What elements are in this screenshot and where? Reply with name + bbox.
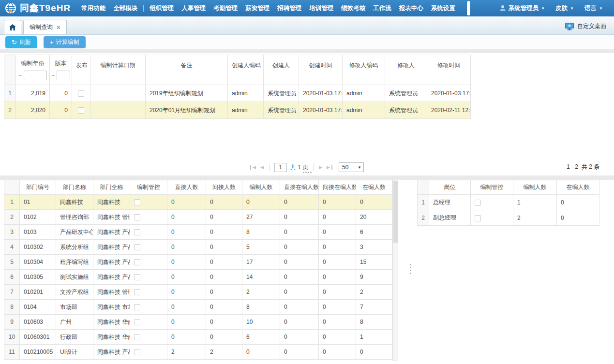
col-header-onboard[interactable]: 在编人数: [356, 180, 392, 195]
publish-checkbox[interactable]: [78, 107, 84, 114]
control-checkbox[interactable]: [134, 259, 140, 265]
col-header-creator[interactable]: 创建人: [264, 55, 299, 85]
vertical-scrollbar[interactable]: [392, 180, 398, 361]
col-header-planned[interactable]: 编制人数: [513, 180, 557, 195]
menu-scroll-handle[interactable]: [467, 1, 470, 15]
col-header-direct[interactable]: 直接人数: [167, 180, 206, 195]
col-header-create-time[interactable]: 创建时间: [299, 55, 343, 85]
last-page-icon[interactable]: ▶: [326, 165, 332, 170]
custom-desktop-button[interactable]: 自定义桌面: [565, 22, 614, 34]
cell-dept-fullname: 同鑫科技 产品研发中心: [93, 345, 130, 360]
nav-item-org[interactable]: 组织管理: [146, 0, 178, 16]
control-checkbox[interactable]: [134, 334, 140, 340]
cell-planned: 6: [242, 330, 280, 345]
control-checkbox[interactable]: [134, 349, 140, 355]
dept-table-row[interactable]: 9 010603 广州 同鑫科技 华南基地 0 0 10 0 0 8: [4, 315, 392, 330]
nav-item-hr[interactable]: 人事管理: [178, 0, 210, 16]
control-checkbox[interactable]: [134, 274, 140, 280]
control-checkbox[interactable]: [134, 289, 140, 295]
panel-resize-handle[interactable]: [303, 172, 312, 173]
page-number-input[interactable]: [274, 163, 287, 172]
dept-table-row[interactable]: 7 010201 文控产权组 同鑫科技 管理咨询部 0 0 2 0 0 2: [4, 285, 392, 300]
prev-page-icon[interactable]: ◀: [260, 165, 264, 170]
chevron-down-icon: ▼: [358, 165, 363, 170]
control-checkbox[interactable]: [134, 214, 140, 220]
col-header-dept-fullname[interactable]: 部门全称: [93, 180, 130, 195]
col-header-calc-date[interactable]: 编制计算日期: [90, 55, 146, 85]
col-header-version[interactable]: 版本 ~: [50, 55, 72, 85]
publish-checkbox[interactable]: [78, 90, 84, 97]
col-header-dept-name[interactable]: 部门名称: [56, 180, 93, 195]
dept-table-row[interactable]: 3 0103 产品研发中心 同鑫科技 产品研发中心 0 0 8 0 0 6: [4, 225, 392, 240]
plan-table-row[interactable]: 1 2,019 0 2019年组织编制规划 admin 系统管理员 2020-0…: [4, 85, 471, 102]
control-checkbox[interactable]: [134, 304, 140, 310]
dept-table-header-row: 部门编号 部门名称 部门全称 编制管控 直接人数 间接人数 编制人数 直接在编人…: [4, 180, 392, 195]
dept-table-row[interactable]: 6 010305 测试实施组 同鑫科技 产品研发中心 0 0 14 0 0 9: [4, 270, 392, 285]
nav-item-training[interactable]: 培训管理: [305, 0, 337, 16]
refresh-icon: ↻: [12, 39, 17, 46]
col-header-year[interactable]: 编制年份 ~: [16, 55, 50, 85]
close-icon[interactable]: ×: [57, 24, 60, 31]
cell-dept-code: 010201: [20, 285, 56, 300]
cell-onboard: 20: [356, 210, 392, 225]
cell-creator: 系统管理员: [264, 102, 299, 119]
dept-table-row[interactable]: 11 010210005 UI设计 同鑫科技 产品研发中心 2 2 0 0 0 …: [4, 345, 392, 360]
nav-item-recruit[interactable]: 招聘管理: [273, 0, 305, 16]
col-header-planned[interactable]: 编制人数: [242, 180, 280, 195]
skin-menu[interactable]: 皮肤 ▼: [551, 4, 578, 13]
col-header-indirect-onboard[interactable]: 间接在编人数: [319, 180, 356, 195]
col-header-direct-onboard[interactable]: 直接在编人数: [280, 180, 319, 195]
plan-table-row[interactable]: 2 2,020 0 2020年01月组织编制规划 admin 系统管理员 202…: [4, 102, 471, 119]
nav-item-all-modules[interactable]: 全部模块: [109, 0, 141, 16]
nav-item-salary[interactable]: 薪资管理: [241, 0, 273, 16]
col-header-control[interactable]: 编制管控: [471, 180, 513, 195]
col-header-modifier[interactable]: 修改人: [385, 55, 427, 85]
col-header-onboard[interactable]: 在编人数: [557, 180, 599, 195]
tab-bianzhi-query[interactable]: 编制查询 ×: [23, 20, 67, 34]
home-tab[interactable]: [4, 20, 21, 34]
nav-item-common[interactable]: 常用功能: [77, 0, 109, 16]
control-checkbox[interactable]: [475, 200, 481, 206]
dept-table-row[interactable]: 1 01 同鑫科技 同鑫科技 0 0 0 0 0 0: [4, 195, 392, 210]
nav-item-settings[interactable]: 系统设置: [427, 0, 459, 16]
next-page-icon[interactable]: ▶: [318, 165, 323, 170]
col-header-publish[interactable]: 发布: [72, 55, 90, 85]
col-header-modify-time[interactable]: 修改时间: [427, 55, 471, 85]
dept-table-row[interactable]: 5 010304 程序编写组 同鑫科技 产品研发中心 0 0 17 0 0 15: [4, 255, 392, 270]
post-table-row[interactable]: 2 副总经理 2 0: [418, 210, 599, 226]
control-checkbox[interactable]: [134, 319, 140, 325]
col-header-control[interactable]: 编制管控: [130, 180, 167, 195]
dept-table-row[interactable]: 10 01060301 行政部 同鑫科技 华南基地 0 0 6 0 0 1: [4, 330, 392, 345]
page-size-select[interactable]: 50 ▼: [339, 162, 364, 172]
col-header-remark[interactable]: 备注: [146, 55, 228, 85]
nav-item-performance[interactable]: 绩效考核: [337, 0, 369, 16]
dept-table-row[interactable]: 2 0102 管理咨询部 同鑫科技 管理咨询部 0 0 27 0 0 20: [4, 210, 392, 225]
version-filter-input[interactable]: [57, 71, 70, 80]
post-table-row[interactable]: 1 总经理 1 0: [418, 195, 599, 210]
col-header-modifier-code[interactable]: 修改人编码: [343, 55, 385, 85]
control-checkbox[interactable]: [134, 229, 140, 235]
language-menu[interactable]: 语言 ▼: [580, 4, 607, 13]
control-checkbox[interactable]: [475, 215, 481, 221]
dept-table-row[interactable]: 8 0104 市场部 同鑫科技 市场部 0 0 8 0 0 7: [4, 300, 392, 315]
cell-version: 0: [50, 102, 72, 119]
nav-item-attendance[interactable]: 考勤管理: [210, 0, 241, 16]
tilde-prefix: ~: [18, 72, 22, 79]
col-header-dept-code[interactable]: 部门编号: [20, 180, 56, 195]
col-header-indirect[interactable]: 间接人数: [206, 180, 242, 195]
scrollbar-thumb[interactable]: [393, 181, 398, 243]
control-checkbox[interactable]: [134, 244, 140, 250]
refresh-button[interactable]: ↻ 刷新: [5, 36, 37, 48]
col-header-creator-code[interactable]: 创建人编码: [228, 55, 264, 85]
splitter-handle[interactable]: [410, 264, 411, 274]
nav-item-workflow[interactable]: 工作流: [369, 0, 395, 16]
col-header-post[interactable]: 岗位: [429, 180, 471, 195]
dept-table-row[interactable]: 4 010302 系统分析组 同鑫科技 产品研发中心 0 0 5 0 0 3: [4, 240, 392, 255]
year-filter-input[interactable]: [24, 71, 47, 80]
user-menu[interactable]: 系统管理员 ▼: [495, 4, 549, 13]
control-checkbox[interactable]: [134, 199, 140, 205]
first-page-icon[interactable]: ◀: [250, 165, 256, 170]
nav-item-reports[interactable]: 报表中心: [395, 0, 427, 16]
calc-bianzhi-button[interactable]: + 计算编制: [44, 36, 86, 48]
cell-onboard: 9: [356, 270, 392, 285]
